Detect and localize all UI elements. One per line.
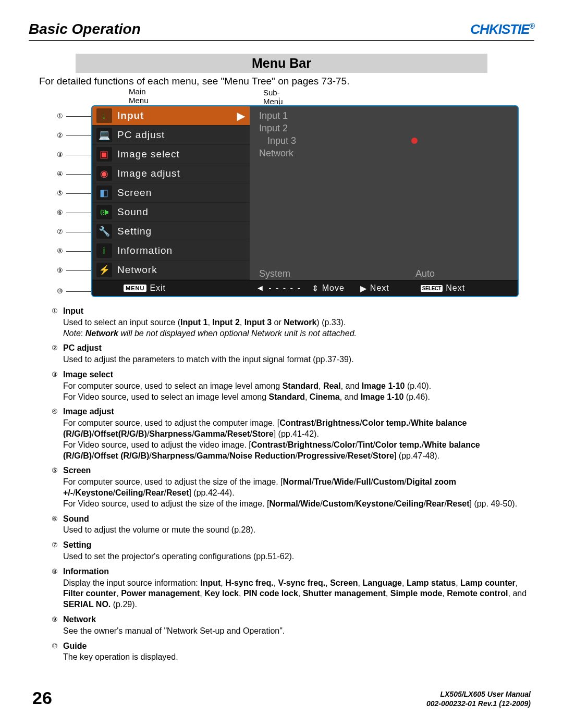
desc-setting: ⑦SettingUsed to set the projector's oper… bbox=[50, 540, 534, 562]
osd-sub-menu: Input 1RGB(PC analog)Input 2RGBInput 3Vi… bbox=[250, 106, 518, 296]
desc-body: Used to set the projector's operating co… bbox=[63, 551, 534, 562]
doc-info: LX505/LX605 User Manual 002-000232-01 Re… bbox=[426, 689, 531, 708]
sub-item-input-2[interactable]: Input 2RGB bbox=[250, 122, 518, 134]
desc-body: For computer source, used to select an i… bbox=[63, 381, 534, 403]
desc-body: Used to adjust the parameters to match w… bbox=[63, 354, 534, 365]
menubar-heading: Menu Bar bbox=[76, 54, 487, 73]
desc-network: ⑨NetworkSee the owner's manual of "Netwo… bbox=[50, 614, 534, 637]
menu-icon: 💻 bbox=[96, 128, 112, 142]
osd-item-label: Setting bbox=[117, 226, 152, 237]
desc-input: ①InputUsed to select an input source (In… bbox=[50, 306, 534, 339]
osd-item-network[interactable]: ⚡Network bbox=[92, 261, 250, 280]
sub-item-input-1[interactable]: Input 1RGB(PC analog) bbox=[250, 109, 518, 122]
doc-rev: 002-000232-01 Rev.1 (12-2009) bbox=[426, 699, 531, 708]
desc-title: Screen bbox=[63, 465, 534, 476]
osd-system-row: System Auto bbox=[259, 268, 512, 279]
osd-item-label: Image select bbox=[117, 149, 180, 160]
desc-title: Image select bbox=[63, 369, 534, 380]
desc-body: For computer source, used to adjust the … bbox=[63, 418, 534, 461]
desc-pc-adjust: ②PC adjustUsed to adjust the parameters … bbox=[50, 343, 534, 365]
desc-body: Used to select an input source (Input 1,… bbox=[63, 317, 534, 339]
osd-item-screen[interactable]: ◧Screen bbox=[92, 183, 250, 203]
menu-icon: 🔧 bbox=[96, 224, 112, 239]
sub-menu-label: Sub-Menu bbox=[263, 88, 283, 106]
osd-diagram: Main Menu Sub-Menu ①②③④⑤⑥⑦⑧⑨⑩ ↓Input▶💻PC… bbox=[29, 92, 534, 298]
section-title: Basic Operation bbox=[29, 21, 141, 38]
brand-logo: CHKISTIE® bbox=[470, 21, 534, 38]
menu-badge: MENU bbox=[124, 285, 146, 292]
osd-item-label: Image adjust bbox=[117, 168, 180, 179]
desc-title: PC adjust bbox=[63, 343, 534, 354]
callout-6: ⑥ bbox=[55, 203, 92, 223]
osd-screen: ↓Input▶💻PC adjust▣Image select◉Image adj… bbox=[91, 105, 519, 297]
select-badge: SELECT bbox=[421, 285, 443, 292]
osd-item-image-adjust[interactable]: ◉Image adjust bbox=[92, 164, 250, 183]
osd-item-setting[interactable]: 🔧Setting bbox=[92, 222, 250, 241]
system-value: Auto bbox=[415, 268, 435, 279]
desc-body: The key operation is displayed. bbox=[63, 652, 534, 663]
menu-icon: ◧ bbox=[96, 186, 112, 200]
guide-back-arrow: ◄ - - - - - bbox=[256, 283, 301, 293]
callout-8: ⑧ bbox=[55, 242, 92, 261]
guide-next2: Next bbox=[446, 283, 465, 293]
desc-title: Guide bbox=[63, 641, 534, 652]
page-number: 26 bbox=[32, 688, 52, 708]
osd-item-label: Information bbox=[117, 245, 173, 256]
sub-label: Network bbox=[259, 148, 293, 159]
osd-item-label: Sound bbox=[117, 206, 149, 218]
osd-item-sound[interactable]: 🕪Sound bbox=[92, 203, 250, 222]
doc-title: LX505/LX605 User Manual bbox=[426, 689, 531, 699]
right-icon: ▶ bbox=[360, 283, 367, 293]
description-list: ①InputUsed to select an input source (In… bbox=[29, 306, 534, 663]
detail-text: For detailed functions of each menu, see… bbox=[39, 76, 534, 87]
desc-screen: ⑤ScreenFor computer source, used to adju… bbox=[50, 465, 534, 509]
desc-sound: ⑥SoundUsed to adjust the volume or mute … bbox=[50, 514, 534, 536]
menu-icon: 🕪 bbox=[96, 205, 112, 219]
callout-numbers: ①②③④⑤⑥⑦⑧⑨⑩ bbox=[55, 107, 92, 301]
desc-image-adjust: ④Image adjustFor computer source, used t… bbox=[50, 406, 534, 461]
callout-7: ⑦ bbox=[55, 223, 92, 242]
desc-title: Setting bbox=[63, 540, 534, 551]
callout-4: ④ bbox=[55, 165, 92, 184]
callout-3: ③ bbox=[55, 145, 92, 165]
active-dot-icon bbox=[411, 138, 418, 144]
sub-item-input-3[interactable]: Input 3Video bbox=[250, 134, 518, 147]
desc-title: Input bbox=[63, 306, 534, 317]
menu-icon: ▣ bbox=[96, 147, 112, 162]
callout-2: ② bbox=[55, 126, 92, 145]
desc-information: ⑧InformationDisplay the input source inf… bbox=[50, 566, 534, 610]
callout-10: ⑩ bbox=[55, 282, 92, 301]
desc-image-select: ③Image selectFor computer source, used t… bbox=[50, 369, 534, 402]
menu-icon: i bbox=[96, 243, 112, 258]
updown-icon: ⇕ bbox=[312, 283, 319, 293]
menu-icon: ◉ bbox=[96, 166, 112, 181]
osd-item-label: Input bbox=[117, 110, 144, 121]
desc-guide: ⑩GuideThe key operation is displayed. bbox=[50, 641, 534, 663]
osd-item-information[interactable]: iInformation bbox=[92, 241, 250, 261]
desc-body: Display the input source information: In… bbox=[63, 578, 534, 610]
desc-title: Image adjust bbox=[63, 406, 534, 417]
osd-item-label: Screen bbox=[117, 187, 152, 199]
sub-item-network[interactable]: Network bbox=[250, 147, 518, 159]
page-footer: 26 LX505/LX605 User Manual 002-000232-01… bbox=[32, 688, 531, 708]
osd-item-label: Network bbox=[117, 264, 157, 276]
osd-item-image-select[interactable]: ▣Image select bbox=[92, 145, 250, 164]
menu-icon: ⚡ bbox=[96, 263, 112, 277]
desc-title: Information bbox=[63, 566, 534, 577]
desc-body: For computer source, used to adjust the … bbox=[63, 477, 534, 509]
main-menu-label: Main Menu bbox=[129, 87, 149, 105]
guide-move: Move bbox=[322, 283, 345, 293]
desc-body: Used to adjust the volume or mute the so… bbox=[63, 525, 534, 536]
desc-title: Network bbox=[63, 614, 534, 625]
osd-item-label: PC adjust bbox=[117, 129, 165, 141]
sub-label: Input 3 bbox=[267, 135, 296, 146]
triangle-right-icon: ▶ bbox=[237, 110, 246, 122]
menu-icon: ↓ bbox=[96, 108, 112, 123]
sub-label: Input 1 bbox=[259, 110, 288, 121]
osd-item-pc-adjust[interactable]: 💻PC adjust bbox=[92, 126, 250, 145]
osd-main-menu: ↓Input▶💻PC adjust▣Image select◉Image adj… bbox=[92, 106, 250, 296]
guide-next1: Next bbox=[370, 283, 389, 293]
callout-1: ① bbox=[55, 107, 92, 126]
osd-item-input[interactable]: ↓Input▶ bbox=[92, 106, 250, 126]
desc-body: See the owner's manual of "Network Set-u… bbox=[63, 626, 534, 637]
